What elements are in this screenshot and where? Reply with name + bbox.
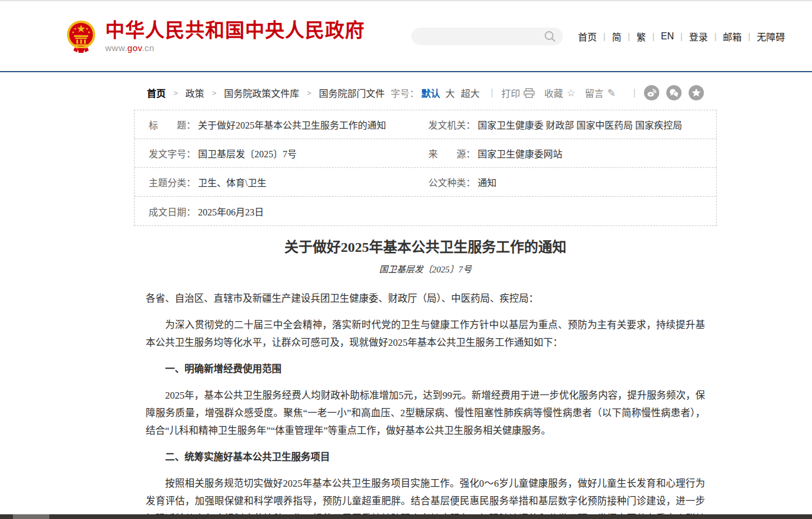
main-content: 首页 > 政策 > 国务院政策文件库 > 国务院部门文件 字号： 默认 大 超大… (134, 85, 717, 519)
header-nav: 首页| 简| 繁| EN| 登录| 邮箱| 无障碍 (578, 29, 785, 43)
font-size-large-button[interactable]: 大 (445, 86, 455, 100)
url-www: www. (105, 43, 127, 53)
breadcrumb-department-documents[interactable]: 国务院部门文件 (319, 86, 385, 100)
meta-value-doc-number: 国卫基层发〔2025〕7号 (198, 146, 297, 160)
font-size-default-button[interactable]: 默认 (421, 86, 440, 100)
meta-label-issuing-agency: 发文机关： (428, 117, 475, 132)
meta-label-doc-number: 发文字号： (149, 146, 196, 160)
meta-value-source: 国家卫生健康委网站 (478, 146, 562, 160)
site-title: 中华人民共和国中央人民政府 (105, 19, 365, 42)
meta-row-category: 主题分类：卫生、体育\卫生 公文种类：通知 (135, 168, 716, 197)
print-label: 打印 (501, 86, 520, 100)
meta-label-category: 主题分类： (149, 175, 196, 189)
nav-separator: | (628, 32, 630, 41)
section1-heading: 一、明确新增经费使用范围 (146, 360, 705, 378)
intro-paragraph: 为深入贯彻党的二十届三中全会精神，落实新时代党的卫生与健康工作方针中以基层为重点… (146, 316, 705, 352)
meta-label-date: 成文日期： (149, 204, 196, 218)
share-buttons (644, 85, 704, 100)
print-button[interactable]: 打印 (501, 86, 535, 100)
scrollbar-thumb[interactable] (13, 514, 49, 519)
nav-traditional[interactable]: 繁 (636, 29, 646, 43)
meta-value-date: 2025年06月23日 (198, 204, 264, 218)
search-input[interactable] (421, 29, 544, 44)
nav-separator: | (748, 32, 750, 41)
url-gov: gov (127, 43, 142, 53)
nav-simplified[interactable]: 简 (612, 29, 621, 43)
document-number: 国卫基层发〔2025〕7号 (146, 262, 705, 275)
page-toolbar: 字号： 默认 大 超大 | 打印 收藏 ☆ 留言 ✎ | (391, 85, 704, 100)
nav-separator: | (680, 32, 683, 41)
comment-label: 留言 (585, 86, 604, 100)
search-icon[interactable] (544, 31, 556, 42)
pencil-icon: ✎ (608, 88, 616, 98)
document-title: 关于做好2025年基本公共卫生服务工作的通知 (146, 239, 705, 256)
nav-home[interactable]: 首页 (578, 29, 597, 43)
breadcrumb-home[interactable]: 首页 (147, 86, 166, 100)
nav-separator: | (652, 32, 655, 41)
chevron-right-icon: > (307, 89, 311, 97)
horizontal-scrollbar[interactable] (0, 514, 812, 519)
nav-mail[interactable]: 邮箱 (723, 29, 741, 43)
favorite-button[interactable]: 收藏 ☆ (544, 86, 575, 100)
site-header: 中华人民共和国中央人民政府 www.gov.cn 首页| 简| 繁| EN| 登… (0, 1, 812, 72)
gov-logo[interactable]: 中华人民共和国中央人民政府 www.gov.cn (66, 19, 365, 53)
salutation-paragraph: 各省、自治区、直辖市及新疆生产建设兵团卫生健康委、财政厅（局）、中医药局、疾控局… (146, 290, 705, 308)
document-meta-table: 标 题：关于做好2025年基本公共卫生服务工作的通知 发文机关：国家卫生健康委 … (134, 110, 717, 226)
star-outline-icon: ☆ (566, 88, 575, 98)
meta-value-category: 卫生、体育\卫生 (198, 175, 266, 189)
favorite-label: 收藏 (544, 86, 563, 100)
section1-paragraph: 2025年，基本公共卫生服务经费人均财政补助标准增加5元，达到99元。新增经费用… (146, 387, 705, 440)
comment-button[interactable]: 留言 ✎ (585, 86, 616, 100)
qzone-icon[interactable] (689, 85, 704, 100)
national-emblem-icon (66, 19, 96, 53)
font-size-xlarge-button[interactable]: 超大 (461, 86, 479, 100)
nav-separator: | (603, 32, 606, 41)
section2-paragraph: 按照相关服务规范切实做好2025年基本公共卫生服务项目实施工作。强化0～6岁儿童… (146, 475, 705, 519)
nav-accessibility[interactable]: 无障碍 (757, 29, 785, 43)
wechat-icon[interactable] (666, 85, 682, 100)
chevron-right-icon: > (173, 89, 178, 97)
meta-label-doc-type: 公文种类： (428, 175, 475, 189)
section2-heading: 二、统筹实施好基本公共卫生服务项目 (146, 449, 705, 466)
nav-login[interactable]: 登录 (689, 29, 708, 43)
chevron-right-icon: > (212, 89, 217, 97)
printer-icon (524, 88, 535, 98)
meta-row-date: 成文日期：2025年06月23日 (135, 197, 716, 225)
meta-value-title: 关于做好2025年基本公共卫生服务工作的通知 (198, 117, 386, 132)
search-box[interactable] (411, 28, 563, 45)
url-cn: .cn (142, 43, 155, 53)
weibo-icon[interactable] (644, 85, 659, 100)
document-body: 各省、自治区、直辖市及新疆生产建设兵团卫生健康委、财政厅（局）、中医药局、疾控局… (146, 290, 705, 519)
toolbar-separator: | (633, 87, 636, 98)
article: 关于做好2025年基本公共卫生服务工作的通知 国卫基层发〔2025〕7号 各省、… (134, 239, 717, 519)
nav-english[interactable]: EN (661, 31, 674, 42)
meta-value-issuing-agency: 国家卫生健康委 财政部 国家中医药局 国家疾控局 (478, 117, 682, 132)
meta-row-title: 标 题：关于做好2025年基本公共卫生服务工作的通知 发文机关：国家卫生健康委 … (135, 110, 716, 139)
meta-value-doc-type: 通知 (478, 175, 496, 189)
toolbar-separator: | (491, 87, 493, 98)
breadcrumb: 首页 > 政策 > 国务院政策文件库 > 国务院部门文件 (147, 86, 385, 100)
meta-label-title: 标 题： (149, 117, 196, 132)
nav-separator: | (714, 32, 717, 41)
meta-row-doc-number: 发文字号：国卫基层发〔2025〕7号 来 源：国家卫生健康委网站 (135, 139, 716, 168)
site-url: www.gov.cn (105, 43, 365, 53)
breadcrumb-policy-library[interactable]: 国务院政策文件库 (224, 86, 299, 100)
font-size-label: 字号： (391, 86, 419, 100)
breadcrumb-policy[interactable]: 政策 (186, 86, 204, 100)
meta-label-source: 来 源： (428, 146, 475, 160)
